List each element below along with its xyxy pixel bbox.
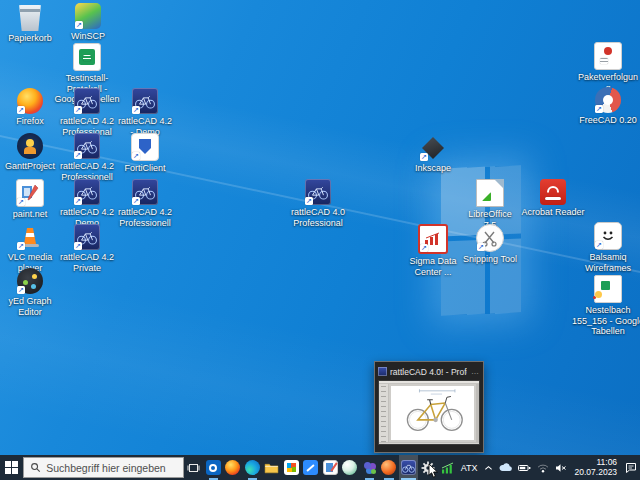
desktop-icon-nestelbach-sheet[interactable]: Nestelbach 155_156 - Google Tabellen: [571, 275, 640, 337]
rattlecad-icon: [401, 460, 416, 475]
yed-graph-editor-icon: [17, 268, 43, 294]
thumbnail-body: [379, 384, 479, 442]
battery-icon[interactable]: [515, 455, 534, 480]
taskbar-file-explorer-button[interactable]: [262, 455, 282, 480]
taskbar-flower-app-button[interactable]: [360, 455, 380, 480]
taskbar-blue-z-app-button[interactable]: [301, 455, 321, 480]
desktop-icon-freecad[interactable]: FreeCAD 0.20: [577, 87, 639, 126]
icon-label: Papierkorb: [8, 33, 52, 44]
forticlient-shield-icon: [131, 133, 159, 161]
orange-ball-app-icon: [381, 460, 396, 475]
microsoft-store-icon: [284, 460, 299, 475]
thumbnail-canvas: [391, 386, 474, 440]
icon-label: FortiClient: [124, 163, 165, 174]
desktop-icon-rattlecad-42-demo-dash[interactable]: rattleCAD 4.2 - Demo: [116, 88, 174, 137]
desktop-icon-ganttproject[interactable]: GanttProject: [1, 133, 59, 172]
preview-overflow-icon[interactable]: …: [470, 367, 480, 376]
rattlecad-icon: [74, 133, 100, 159]
task-view-icon: [187, 462, 200, 474]
taskbar-thumbnail-preview[interactable]: rattleCAD 4.0! - Professional …: [374, 361, 484, 453]
vlc-cone-icon: [17, 224, 43, 250]
taskbar-settings-button[interactable]: [418, 455, 438, 480]
rattlecad-icon: [132, 179, 158, 205]
desktop-icon-vlc[interactable]: VLC media player: [1, 224, 59, 273]
rattlecad-icon: [132, 88, 158, 114]
bicycle-drawing: [391, 386, 474, 436]
stock-ticker-label[interactable]: ATX: [461, 463, 478, 473]
wallpaper-light-ray: [0, 252, 640, 480]
stock-chart-tray-icon[interactable]: [438, 455, 458, 480]
desktop-icon-balsamiq[interactable]: Balsamiq Wireframes: [568, 222, 640, 273]
volume-muted-icon[interactable]: [552, 455, 570, 480]
search-placeholder: Suchbegriff hier eingeben: [46, 462, 165, 474]
taskbar-store-button[interactable]: [282, 455, 302, 480]
wifi-icon[interactable]: [534, 455, 552, 480]
desktop-icon-acrobat-reader[interactable]: Acrobat Reader: [520, 179, 586, 218]
rattlecad-window-thumbnail[interactable]: [378, 380, 480, 445]
globe-app-icon: [342, 460, 357, 475]
icon-label: yEd Graph Editor: [1, 296, 59, 317]
icon-label: rattleCAD 4.2 Private: [58, 252, 116, 273]
desktop-icon-paint-dot-net[interactable]: paint.net: [1, 179, 59, 220]
icon-label: Sigma Data Center ...: [404, 256, 462, 277]
desktop-icon-forticlient[interactable]: FortiClient: [116, 133, 174, 174]
start-button[interactable]: [0, 455, 23, 480]
task-view-button[interactable]: [184, 455, 204, 480]
firefox-icon: [17, 88, 43, 114]
recycle-bin-icon: [17, 5, 43, 31]
taskbar-orange-ball-app-button[interactable]: [379, 455, 399, 480]
clock-date: 20.07.2023: [575, 468, 618, 478]
desktop-icon-libreoffice[interactable]: LibreOffice 7.5: [461, 179, 519, 230]
taskbar-paint-dot-net-button[interactable]: [321, 455, 341, 480]
desktop-icon-snipping-tool[interactable]: Snipping Tool: [461, 224, 519, 265]
search-icon: [30, 462, 41, 473]
flower-cluster-app-icon: [362, 460, 377, 475]
taskbar-globe-app-button[interactable]: [340, 455, 360, 480]
edge-icon: [245, 460, 260, 475]
icon-label: Acrobat Reader: [521, 207, 584, 218]
desktop-icon-rattlecad-42-professional[interactable]: rattleCAD 4.2 Professional: [58, 88, 116, 137]
icon-label: rattleCAD 4.2 Professionell: [116, 207, 174, 228]
sigma-data-center-icon: [418, 224, 448, 254]
rattlecad-icon: [74, 88, 100, 114]
taskbar-outlook-button[interactable]: [204, 455, 224, 480]
rattlecad-icon: [305, 179, 331, 205]
desktop-icon-rattlecad-42-private[interactable]: rattleCAD 4.2 Private: [58, 224, 116, 273]
desktop-icon-firefox[interactable]: Firefox: [1, 88, 59, 127]
desktop-icon-rattlecad-40-professional[interactable]: rattleCAD 4.0 Professional: [289, 179, 347, 228]
blue-z-app-icon: [303, 460, 318, 475]
taskbar-rattlecad-button[interactable]: [399, 455, 419, 480]
icon-label: GanttProject: [5, 161, 55, 172]
desktop-icon-winscp[interactable]: WinSCP: [59, 3, 117, 42]
google-sheets-icon: [73, 43, 101, 71]
gear-icon: [421, 461, 435, 475]
desktop-icon-papierkorb[interactable]: Papierkorb: [1, 5, 59, 44]
file-explorer-icon: [264, 461, 279, 474]
taskbar-edge-button[interactable]: [243, 455, 263, 480]
taskbar-firefox-button[interactable]: [223, 455, 243, 480]
thumbnail-scrollbar: [476, 384, 479, 442]
taskbar-search-input[interactable]: Suchbegriff hier eingeben: [23, 457, 184, 478]
winscp-icon: [75, 3, 101, 29]
desktop-icon-rattlecad-42-professionell[interactable]: rattleCAD 4.2 Professionell: [58, 133, 116, 182]
icon-label: Firefox: [16, 116, 44, 127]
freecad-icon: [595, 87, 621, 113]
balsamiq-smiley-icon: [594, 222, 622, 250]
icon-label: Snipping Tool: [463, 254, 517, 265]
paketverfolgung-icon: [594, 42, 622, 70]
desktop-icon-inkscape[interactable]: Inkscape: [404, 135, 462, 174]
rattlecad-window-icon: [378, 367, 387, 376]
desktop-icon-paketverfolgung[interactable]: Paketverfolgung: [577, 42, 639, 93]
taskbar-clock[interactable]: 11:06 20.07.2023: [570, 458, 623, 477]
desktop-icon-rattlecad-42-demo[interactable]: rattleCAD 4.2 Demo: [58, 179, 116, 228]
paint-dot-net-icon: [323, 460, 338, 475]
icon-label: paint.net: [13, 209, 48, 220]
desktop-icon-yed[interactable]: yEd Graph Editor: [1, 268, 59, 317]
desktop-icon-rattlecad-42-professionell-2[interactable]: rattleCAD 4.2 Professionell: [116, 179, 174, 228]
rattlecad-icon: [74, 179, 100, 205]
action-center-icon[interactable]: [622, 455, 640, 480]
hidden-icons-caret[interactable]: [481, 455, 496, 480]
onedrive-cloud-icon[interactable]: [496, 455, 515, 480]
desktop-icon-sigma-data-center[interactable]: Sigma Data Center ...: [404, 224, 462, 277]
icon-label: WinSCP: [71, 31, 105, 42]
